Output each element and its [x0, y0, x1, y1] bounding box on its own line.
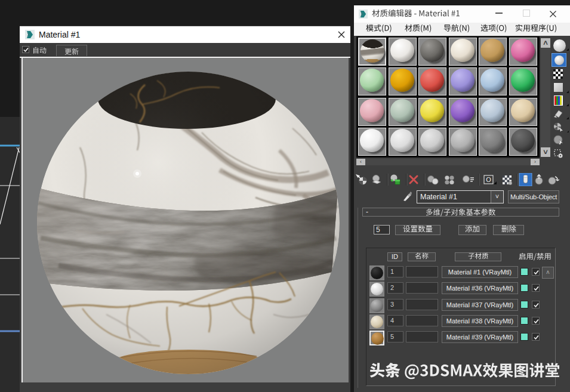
svg-text:O: O — [486, 176, 491, 183]
